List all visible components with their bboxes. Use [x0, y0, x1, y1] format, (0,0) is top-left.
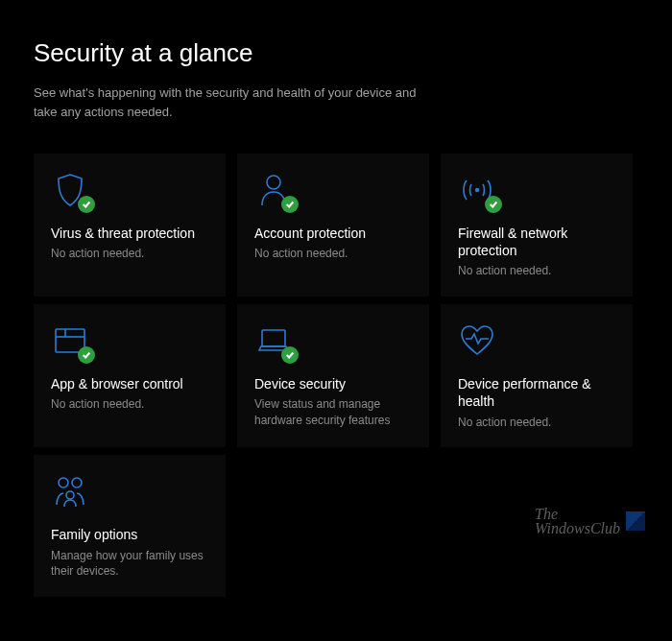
tile-title: Account protection: [254, 225, 414, 242]
svg-point-1: [475, 188, 479, 192]
status-ok-badge: [78, 346, 95, 364]
status-ok-badge: [281, 196, 299, 213]
family-icon: [51, 497, 89, 513]
tile-device-performance[interactable]: Device performance & health No action ne…: [441, 304, 633, 447]
tile-title: Family options: [51, 526, 210, 543]
tile-status: Manage how your family uses their device…: [51, 548, 210, 581]
watermark-line1: The: [535, 507, 620, 521]
heart-icon: [458, 346, 496, 363]
status-ok-badge: [281, 346, 299, 364]
tile-app-browser[interactable]: App & browser control No action needed.: [34, 304, 226, 447]
page-title: Security at a glance: [34, 38, 638, 68]
tile-status: No action needed.: [458, 263, 617, 279]
status-ok-badge: [485, 196, 502, 213]
watermark-line2: WindowsClub: [535, 521, 620, 535]
tile-status: No action needed.: [458, 415, 617, 431]
tile-title: Firewall & network protection: [458, 225, 617, 259]
svg-rect-5: [262, 330, 285, 346]
tile-status: View status and manage hardware security…: [254, 396, 414, 429]
svg-point-7: [72, 478, 82, 487]
tile-status: No action needed.: [254, 246, 414, 262]
svg-point-0: [267, 176, 280, 189]
watermark: The WindowsClub: [535, 507, 645, 535]
tile-status: No action needed.: [51, 396, 210, 413]
svg-point-6: [59, 478, 68, 487]
page-subtitle: See what's happening with the security a…: [34, 83, 418, 121]
tile-title: Virus & threat protection: [51, 225, 210, 242]
tile-title: App & browser control: [51, 375, 210, 392]
watermark-logo-icon: [626, 511, 645, 531]
tile-virus-threat[interactable]: Virus & threat protection No action need…: [34, 154, 226, 297]
svg-point-8: [66, 491, 74, 499]
tile-device-security[interactable]: Device security View status and manage h…: [237, 304, 429, 447]
tile-family-options[interactable]: Family options Manage how your family us…: [34, 455, 226, 597]
tile-status: No action needed.: [51, 246, 210, 262]
tile-title: Device performance & health: [458, 375, 617, 410]
tile-firewall-network[interactable]: Firewall & network protection No action …: [441, 154, 633, 297]
tile-title: Device security: [254, 375, 414, 392]
tile-account-protection[interactable]: Account protection No action needed.: [237, 154, 429, 297]
status-ok-badge: [78, 196, 95, 213]
